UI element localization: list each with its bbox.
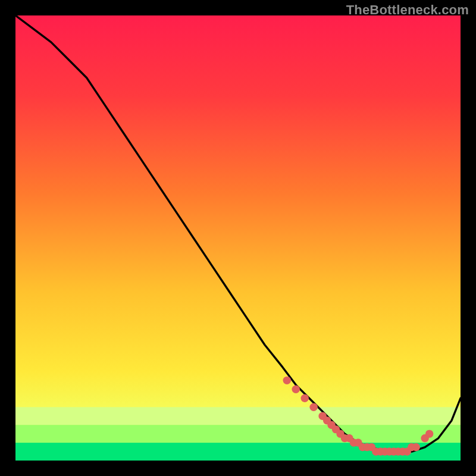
marker-dot [292, 386, 300, 393]
gradient-background [15, 15, 461, 461]
marker-dot [412, 443, 419, 451]
marker-dot [300, 394, 308, 402]
marker-dot [425, 430, 433, 437]
bottleneck-chart [15, 15, 461, 461]
svg-rect-1 [15, 425, 461, 443]
chart-frame: { "watermark": "TheBottleneck.com", "col… [0, 0, 476, 476]
marker-dot [309, 403, 317, 411]
svg-rect-0 [15, 407, 461, 425]
marker-dot [283, 377, 291, 384]
watermark-text: TheBottleneck.com [346, 2, 469, 18]
